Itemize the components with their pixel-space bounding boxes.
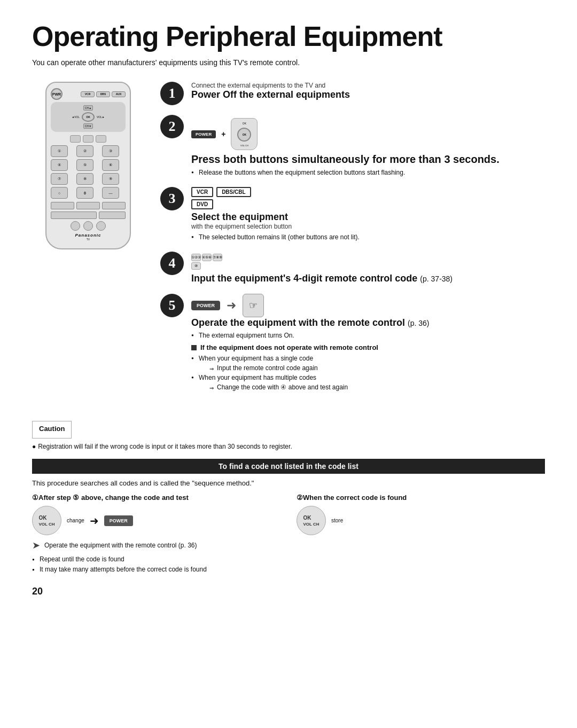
- store-label: store: [331, 518, 343, 523]
- step-3-bullets: The selected button remains lit (other b…: [191, 232, 545, 242]
- change-label: change: [67, 518, 84, 523]
- if-bullets: When your equipment has a single code In…: [191, 354, 545, 392]
- remote-mode-buttons: VCR DBS AUX: [81, 91, 126, 97]
- step-5-block: 5 POWER ➜ ☞ Operate the equipment with t…: [160, 294, 545, 392]
- step3-select-buttons: VCR DBS/CBL: [191, 187, 545, 197]
- step2-mini-remote: OK OK VOL CH: [231, 118, 258, 150]
- steps-container: 1 Connect the external equipments to the…: [160, 82, 545, 402]
- caution-box: Caution: [32, 421, 72, 439]
- col1-bullets: Repeat until the code is found It may ta…: [32, 554, 280, 575]
- code-col-1: ①After step ⑤ above, change the code and…: [32, 494, 280, 575]
- remote-body: PWR VCR DBS AUX CH▲ ◄VOL OK VOL► CH: [45, 82, 131, 249]
- code-search-intro: This procedure searches all codes and is…: [32, 479, 545, 487]
- step-3-number: 3: [160, 187, 184, 210]
- remote-r5: [99, 212, 126, 219]
- step-2-bullet-1: Release the buttons when the equipment s…: [191, 168, 545, 177]
- step4-key-4: ④⑤⑥: [202, 254, 212, 261]
- remote-ok-button: OK: [82, 112, 95, 122]
- step-2-block: 2 POWER + OK OK VOL CH Press both button…: [160, 115, 545, 177]
- remote-num-5: ⑤: [76, 159, 93, 171]
- remote-brand: Panasonic: [51, 233, 126, 238]
- remote-circ-2: [83, 221, 93, 231]
- step-5-content: POWER ➜ ☞ Operate the equipment with the…: [191, 294, 545, 392]
- remote-illustration: PWR VCR DBS AUX CH▲ ◄VOL OK VOL► CH: [32, 82, 144, 402]
- remote-power-button: PWR: [51, 88, 63, 100]
- step5-arrow: ➜: [227, 299, 236, 312]
- remote-rect-row2: [51, 212, 126, 219]
- step5-remote-hand: ☞: [243, 294, 264, 317]
- page-number: 20: [32, 586, 545, 597]
- step-2-bullets: Release the buttons when the equipment s…: [191, 168, 545, 177]
- remote-nav-area: CH▲ ◄VOL OK VOL► CH▼: [51, 102, 126, 132]
- code-col-2-title: ②When the correct code is found: [297, 494, 545, 502]
- remote-btn-a: [70, 135, 81, 143]
- step-2-content: POWER + OK OK VOL CH Press both buttons …: [191, 115, 545, 177]
- step-3-sub: with the equipment selection button: [191, 223, 545, 230]
- remote-num-0-left: ○: [51, 187, 68, 199]
- remote-btn-c: [96, 135, 106, 143]
- step2-power-btn: POWER: [191, 130, 216, 138]
- remote-num-dash: —: [102, 187, 119, 199]
- step4-key-1: ①②③: [191, 254, 201, 261]
- step-3-title: Select the equipment: [191, 212, 545, 223]
- if-sub-2: Change the code with ④ above and test ag…: [209, 382, 545, 392]
- step5-illustration: POWER ➜ ☞: [191, 294, 545, 317]
- vol-left-label: ◄VOL: [72, 115, 80, 119]
- step2-ok-circle: OK: [237, 128, 251, 142]
- caution-text: Registration will fail if the wrong code…: [38, 443, 292, 450]
- remote-num-3: ③: [102, 145, 119, 157]
- remote-btn-b: [83, 135, 93, 143]
- remote-circ-3: [96, 221, 106, 231]
- step3-dvd-btn: DVD: [191, 199, 213, 209]
- remote-num-6: ⑥: [102, 159, 119, 171]
- code-col1-remote-area: OKVOL CH change ➜ POWER: [32, 506, 280, 535]
- remote-rect-row1: [51, 202, 126, 209]
- step-5-number: 5: [160, 294, 184, 317]
- step-1-content: Connect the external equipments to the T…: [191, 82, 545, 100]
- if-bullet-1: When your equipment has a single code In…: [191, 354, 545, 373]
- code-search-columns: ①After step ⑤ above, change the code and…: [32, 494, 545, 575]
- code-col-1-title: ①After step ⑤ above, change the code and…: [32, 494, 280, 502]
- step-4-content: ①②③ ④⑤⑥ ⑦⑧⑨ ⑩ Input the equipment's 4-di…: [191, 252, 545, 284]
- remote-numpad: ① ② ③ ④ ⑤ ⑥ ⑦ ⑧ ⑨ ○ 0 —: [51, 145, 126, 199]
- remote-circ-1: [71, 221, 80, 231]
- step-1-block: 1 Connect the external equipments to the…: [160, 82, 545, 105]
- step4-key-0: ⑩: [191, 262, 201, 270]
- step-5-bullet-1: The external equipment turns On.: [191, 331, 545, 340]
- remote-num-1: ①: [51, 145, 68, 157]
- col1-arrow: ➜: [90, 514, 99, 527]
- step5-power-btn: POWER: [191, 301, 220, 310]
- operate-arrow-icon: ➤: [32, 539, 40, 551]
- remote-num-4: ④: [51, 159, 68, 171]
- if-title: If the equipment does not operate with r…: [191, 343, 545, 351]
- remote-num-9: ⑨: [102, 173, 119, 185]
- step-4-block: 4 ①②③ ④⑤⑥ ⑦⑧⑨ ⑩ Input the equipment's 4-…: [160, 252, 545, 284]
- remote-num-7: ⑦: [51, 173, 68, 185]
- remote-ch-down: CH▼: [83, 123, 93, 129]
- step-2-title: Press both buttons simultaneously for mo…: [191, 153, 545, 166]
- step-1-number: 1: [160, 82, 184, 105]
- step-3-content: VCR DBS/CBL DVD Select the equipment wit…: [191, 187, 545, 242]
- remote-aux-button: AUX: [112, 91, 126, 97]
- if-sub-bullet-2: Change the code with ④ above and test ag…: [199, 382, 545, 392]
- code-col-2: ②When the correct code is found OKVOL CH…: [297, 494, 545, 575]
- bold-square-icon: [191, 345, 197, 350]
- step4-numpad: ①②③ ④⑤⑥ ⑦⑧⑨ ⑩: [191, 254, 545, 270]
- remote-num-0: 0: [76, 187, 93, 199]
- step4-key-7: ⑦⑧⑨: [213, 254, 222, 261]
- step3-dvd-row: DVD: [191, 199, 545, 209]
- step-2-number: 2: [160, 115, 184, 138]
- remote-num-8: ⑧: [76, 173, 93, 185]
- remote-r2: [76, 202, 100, 209]
- subtitle: You can operate other manufacturers' equ…: [32, 58, 545, 67]
- page-title: Operating Peripheral Equipment: [32, 21, 545, 52]
- if-sub-1: Input the remote control code again: [209, 363, 545, 373]
- step3-vcr-btn: VCR: [191, 187, 213, 197]
- step2-plus: +: [221, 130, 225, 138]
- remote-r3: [102, 202, 126, 209]
- code-col2-remote-area: OKVOL CH store: [297, 506, 545, 535]
- operate-note: ➤ Operate the equipment with the remote …: [32, 539, 280, 551]
- step-3-block: 3 VCR DBS/CBL DVD Select the equipment w…: [160, 187, 545, 242]
- remote-ch-up: CH▲: [83, 105, 93, 111]
- step-1-title: Power Off the external equipments: [191, 89, 545, 100]
